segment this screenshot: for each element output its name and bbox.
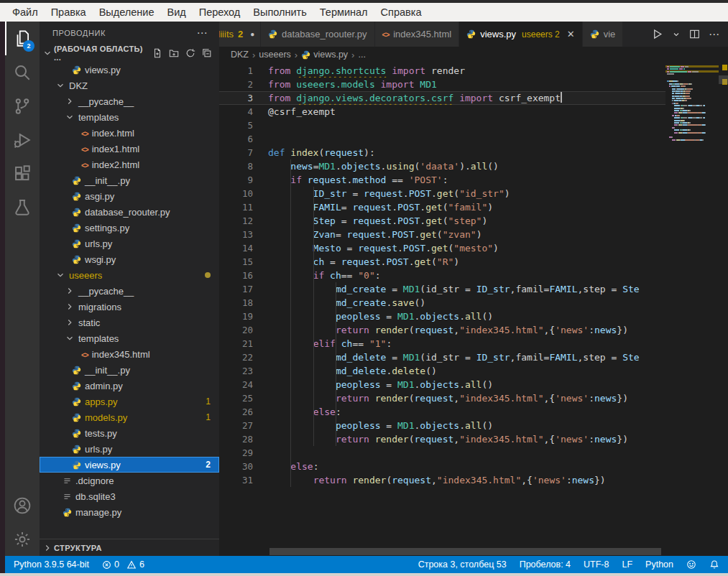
scrollbar-slider[interactable] [719,75,728,84]
settings-button[interactable] [5,522,40,556]
indentation-status[interactable]: Пробелов: 4 [520,559,571,570]
outline-section-header[interactable]: СТРУКТУРА [40,539,219,556]
horizontal-scrollbar[interactable] [269,548,661,555]
code-line-30[interactable]: 30 else: [219,460,665,473]
collapse-all-icon[interactable] [202,48,212,58]
code-line-26[interactable]: 26 else: [219,405,665,419]
tree-item-urls.py[interactable]: urls.py [40,441,219,457]
tree-item--init-.py[interactable]: __init__.py [40,362,219,378]
tab-views.py[interactable]: views.pyuseeers 2✕ [459,22,582,47]
new-folder-icon[interactable] [169,48,179,58]
source-control-activity-button[interactable] [5,89,40,123]
tree-item-dkz[interactable]: DKZ [40,78,219,93]
feedback-icon[interactable] [686,559,696,570]
more-editor-actions-button[interactable]: ⋯ [709,28,719,41]
menu-item-вид[interactable]: Вид [160,5,192,19]
code-line-15[interactable]: 15 ch = request.POST.get("R") [219,255,665,269]
code-line-14[interactable]: 14 Mesto = request.POST.get("mesto") [219,241,665,255]
tree-item--pycache-[interactable]: __pycache__ [40,93,219,109]
code-line-6[interactable]: 6 [219,132,665,146]
explorer-more-actions-icon[interactable]: ⋯ [196,27,208,40]
tree-item-views.py[interactable]: views.py [40,62,219,78]
code-line-2[interactable]: 2from useeers.models import MD1 [219,78,665,91]
breadcrumb-item-useeers[interactable]: useeers [259,50,290,60]
refresh-icon[interactable] [185,48,195,58]
code-line-24[interactable]: 24 peopless = MD1.objects.all() [219,378,665,391]
code-line-11[interactable]: 11 FAMIL= request.POST.get("famil") [219,200,665,214]
code-line-16[interactable]: 16 if ch== "0": [219,269,665,282]
tree-item-models.py[interactable]: models.py1 [40,409,219,425]
code-line-8[interactable]: 8 news=MD1.objects.using('daata').all() [219,159,665,173]
tree-item-urls.py[interactable]: urls.py [40,236,219,251]
code-line-21[interactable]: 21 elif ch== "1": [219,337,665,350]
menu-item-переход[interactable]: Переход [193,5,247,19]
code-line-25[interactable]: 25 return render(request,"index345.html"… [219,391,665,405]
tree-item-manage.py[interactable]: manage.py [40,504,219,520]
problems-status[interactable]: 0 6 [102,559,144,570]
dirty-dot-icon[interactable]: ● [250,30,254,38]
code-line-18[interactable]: 18 md_create.save() [219,296,665,310]
code-line-4[interactable]: 4@csrf_exempt [219,105,665,119]
eol-status[interactable]: LF [622,559,632,570]
run-dropdown-button[interactable] [672,30,681,39]
menu-item-файл[interactable]: Файл [6,5,45,19]
language-mode-status[interactable]: Python [645,559,673,570]
run-and-debug-activity-button[interactable] [5,123,40,157]
code-line-31[interactable]: 31 return render(request,"index345.html"… [219,473,665,487]
tree-item-static[interactable]: static [40,315,219,330]
code-line-29[interactable]: 29 [219,446,665,460]
code-line-13[interactable]: 13 Zvan= request.POST.get("zvan") [219,228,665,241]
tree-item-wsgi.py[interactable]: wsgi.py [40,251,219,267]
run-python-file-button[interactable] [651,28,663,40]
notifications-bell-icon[interactable] [709,559,719,570]
code-line-9[interactable]: 9 if request.method == 'POST': [219,173,665,187]
code-editor[interactable]: 1from django.shortcuts import render2fro… [219,62,728,556]
tree-item-tests.py[interactable]: tests.py [40,425,219,441]
tree-item-admin.py[interactable]: admin.py [40,378,219,394]
menu-item-правка[interactable]: Правка [45,5,93,19]
breadcrumb-item-dkz[interactable]: DKZ [231,50,249,60]
tree-item-views.py[interactable]: views.py2 [40,457,219,473]
tab-database-roouter.py[interactable]: database_roouter.py [261,22,375,47]
code-line-20[interactable]: 20 return render(request,"index345.html"… [219,323,665,337]
code-line-1[interactable]: 1from django.shortcuts import render [219,64,665,78]
code-line-10[interactable]: 10 ID_str = request.POST.get("id_str") [219,187,665,200]
cursor-position-status[interactable]: Строка 3, столбец 53 [418,559,507,570]
tree-item-asgi.py[interactable]: asgi.py [40,188,219,204]
account-button[interactable] [5,488,40,522]
tab-vie[interactable]: vie [583,22,623,47]
extensions-activity-button[interactable] [5,157,40,190]
testing-activity-button[interactable] [5,190,40,224]
menu-item-справка[interactable]: Справка [374,5,428,19]
new-file-icon[interactable] [152,48,162,58]
breadcrumb-item-...[interactable]: ... [358,50,365,60]
code-line-7[interactable]: 7def index(request): [219,146,665,159]
menu-item-выполнить[interactable]: Выполнить [246,5,313,19]
minimap[interactable] [665,65,719,141]
code-line-3[interactable]: 3from django.views.decorators.csrf impor… [219,91,665,105]
code-line-23[interactable]: 23 md_delete.delete() [219,364,665,378]
tree-item-index345.html[interactable]: <>index345.html [40,346,219,362]
breadcrumb-item-views.py[interactable]: views.py [301,50,348,60]
tree-item-index2.html[interactable]: <>index2.html [40,157,219,172]
tree-item--pycache-[interactable]: __pycache__ [40,283,219,299]
split-editor-button[interactable] [689,29,700,40]
code-line-27[interactable]: 27 peopless = MD1.objects.all() [219,419,665,432]
code-line-12[interactable]: 12 Step = request.POST.get("step") [219,214,665,228]
breadcrumb[interactable]: DKZ›useeers›views.py›... [219,47,728,62]
code-line-28[interactable]: 28 return render(request,"index345.html"… [219,432,665,446]
explorer-activity-button[interactable]: 2 [5,22,40,55]
menu-item-выделение[interactable]: Выделение [93,5,161,19]
menu-item-терминал[interactable]: Терминал [313,5,374,19]
search-activity-button[interactable] [5,55,40,89]
tree-item-database-roouter.py[interactable]: database_roouter.py [40,204,219,220]
workspace-section-header[interactable]: (РАБОЧАЯ ОБЛАСТЬ) ... [40,45,219,62]
python-interpreter-status[interactable]: Python 3.9.5 64-bit [14,559,89,570]
tree-item-useeers[interactable]: useeers [40,267,219,283]
tab-index345.html[interactable]: <>index345.html [375,22,460,47]
close-tab-icon[interactable]: ✕ [567,29,575,40]
tree-item-settings.py[interactable]: settings.py [40,220,219,236]
encoding-status[interactable]: UTF-8 [584,559,609,570]
code-line-17[interactable]: 17 md_create = MD1(id_str = ID_str,famil… [219,282,665,296]
code-line-5[interactable]: 5 [219,119,665,132]
